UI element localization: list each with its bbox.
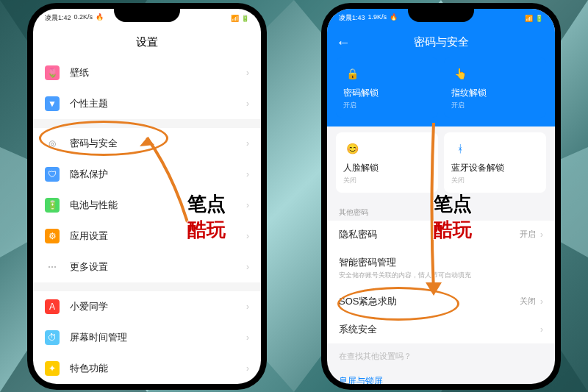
item-wallpaper[interactable]: 🌷壁纸›	[33, 57, 261, 88]
chevron-right-icon: ›	[246, 138, 249, 149]
chevron-right-icon: ›	[246, 99, 249, 109]
chevron-right-icon: ›	[540, 229, 543, 240]
item-privacy[interactable]: 🛡隐私保护›	[33, 159, 261, 190]
item-privacy-password[interactable]: 隐私密码开启›	[327, 221, 555, 249]
screen-settings: 凌晨1:42 0.2K/s 🔥 📶 🔋 设置 🌷壁纸› ▼个性主题› ◎密码与安…	[33, 9, 261, 384]
status-time: 凌晨1:43	[339, 13, 365, 23]
phone-right: 凌晨1:43 1.9K/s 🔥 📶 🔋 ← 密码与安全 🔒密码解锁开启 👆指纹解…	[321, 3, 561, 390]
item-system-security[interactable]: 系统安全›	[327, 316, 555, 343]
item-smart-password[interactable]: 智能密码管理安全储存账号关联的内容，情人节可自动填充	[327, 249, 555, 288]
chevron-right-icon: ›	[540, 296, 543, 307]
bluetooth-icon: ᚼ	[451, 140, 469, 157]
chevron-right-icon: ›	[246, 169, 249, 179]
chevron-right-icon: ›	[246, 302, 249, 312]
screen-security: 凌晨1:43 1.9K/s 🔥 📶 🔋 ← 密码与安全 🔒密码解锁开启 👆指纹解…	[327, 9, 555, 384]
battery-icon: 🔋	[535, 15, 543, 22]
card-password-unlock[interactable]: 🔒密码解锁开启	[336, 57, 438, 118]
privacy-icon: 🛡	[45, 167, 60, 182]
item-password-security[interactable]: ◎密码与安全›	[33, 128, 261, 159]
link-lockscreen[interactable]: 息屏与锁屏	[327, 369, 555, 384]
screentime-icon: ⏱	[45, 330, 60, 345]
chevron-right-icon: ›	[540, 324, 543, 335]
lock-icon: 🔒	[343, 65, 361, 82]
chevron-right-icon: ›	[246, 68, 249, 78]
settings-list[interactable]: 🌷壁纸› ▼个性主题› ◎密码与安全› 🛡隐私保护› 🔋电池与性能› ⚙应用设置…	[33, 57, 261, 384]
chevron-right-icon: ›	[246, 200, 249, 210]
card-fingerprint-unlock[interactable]: 👆指纹解锁开启	[444, 57, 546, 118]
chevron-right-icon: ›	[246, 231, 249, 241]
status-speed: 1.9K/s	[368, 13, 387, 23]
notch	[114, 9, 180, 22]
chevron-right-icon: ›	[246, 363, 249, 374]
status-flame-icon: 🔥	[390, 13, 398, 23]
card-face-unlock[interactable]: 😊人脸解锁关闭	[336, 132, 438, 193]
card-bluetooth-unlock[interactable]: ᚼ蓝牙设备解锁关闭	[444, 132, 546, 193]
status-time: 凌晨1:42	[45, 13, 71, 23]
notch	[408, 9, 474, 22]
section-title: 其他密码	[327, 202, 555, 221]
fingerprint-icon: 👆	[451, 65, 469, 82]
item-sos[interactable]: SOS紧急求助关闭›	[327, 288, 555, 316]
xiaoai-icon: A	[45, 299, 60, 314]
battery-icon: 🔋	[241, 15, 249, 22]
item-apps[interactable]: ⚙应用设置›	[33, 221, 261, 252]
item-screentime[interactable]: ⏱屏幕时间管理›	[33, 322, 261, 353]
item-battery[interactable]: 🔋电池与性能›	[33, 190, 261, 221]
item-more[interactable]: ⋯更多设置›	[33, 252, 261, 282]
phone-left: 凌晨1:42 0.2K/s 🔥 📶 🔋 设置 🌷壁纸› ▼个性主题› ◎密码与安…	[27, 3, 267, 390]
header: 设置	[33, 28, 261, 57]
back-button[interactable]: ←	[336, 34, 351, 51]
face-icon: 😊	[343, 140, 361, 157]
signal-icon: 📶	[231, 15, 239, 22]
status-flame-icon: 🔥	[96, 13, 104, 23]
signal-icon: 📶	[525, 15, 533, 22]
features-icon: ✦	[45, 361, 60, 376]
header: ← 密码与安全	[327, 28, 555, 57]
page-title: 密码与安全	[414, 35, 469, 49]
item-features[interactable]: ✦特色功能›	[33, 353, 261, 384]
apps-icon: ⚙	[45, 229, 60, 243]
battery-icon: 🔋	[45, 198, 60, 213]
search-hint: 在查找其他设置吗？	[327, 343, 555, 369]
chevron-right-icon: ›	[246, 332, 249, 343]
status-speed: 0.2K/s	[74, 13, 93, 23]
more-icon: ⋯	[45, 260, 60, 274]
theme-icon: ▼	[45, 96, 60, 111]
chevron-right-icon: ›	[246, 262, 249, 272]
item-theme[interactable]: ▼个性主题›	[33, 88, 261, 119]
wallpaper-icon: 🌷	[45, 65, 60, 80]
security-icon: ◎	[45, 136, 60, 151]
item-xiaoai[interactable]: A小爱同学›	[33, 291, 261, 322]
page-title: 设置	[136, 35, 158, 49]
